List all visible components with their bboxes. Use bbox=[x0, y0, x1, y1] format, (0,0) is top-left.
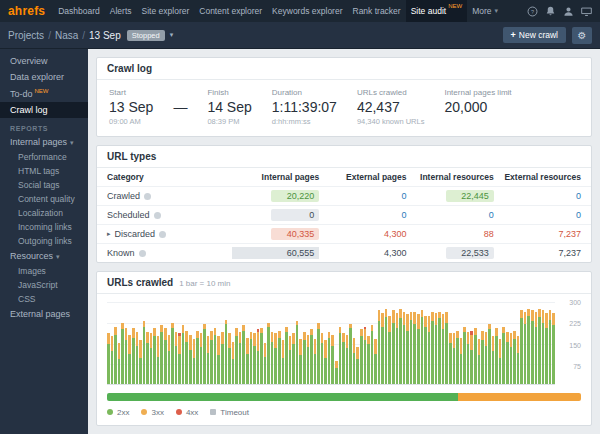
breadcrumb-separator: / bbox=[82, 30, 85, 41]
sidebar-item-content-quality[interactable]: Content quality bbox=[0, 192, 88, 206]
chart-bar bbox=[168, 302, 171, 384]
bar-segment-3xx bbox=[107, 333, 110, 344]
help-icon[interactable]: ? bbox=[527, 6, 538, 17]
nav-item-rank-tracker[interactable]: Rank tracker bbox=[348, 0, 406, 22]
breadcrumb-item-13-sep[interactable]: 13 Sep bbox=[89, 30, 121, 41]
bar-segment-3xx bbox=[428, 316, 431, 332]
settings-button[interactable]: ⚙ bbox=[572, 27, 592, 44]
chart-bar bbox=[502, 302, 505, 384]
bar-segment-3xx bbox=[111, 336, 114, 351]
bar-segment-3xx bbox=[193, 339, 196, 358]
chart-bar bbox=[495, 302, 498, 384]
bar-segment-2xx bbox=[235, 336, 238, 384]
chart-bar bbox=[367, 302, 370, 384]
legend-item-3xx: 3xx bbox=[141, 408, 163, 417]
bar-segment-2xx bbox=[250, 339, 253, 384]
row-category: Known bbox=[107, 248, 232, 258]
bar-segment-2xx bbox=[552, 325, 555, 384]
sidebar-item-localization[interactable]: Localization bbox=[0, 206, 88, 220]
chevron-down-icon: ▾ bbox=[495, 7, 499, 15]
sidebar-item-performance[interactable]: Performance bbox=[0, 150, 88, 164]
chart-bar bbox=[217, 302, 220, 384]
bar-segment-3xx bbox=[388, 316, 391, 332]
bar-segment-3xx bbox=[121, 323, 124, 330]
chevron-down-icon[interactable]: ▾ bbox=[170, 31, 174, 39]
column-header-category: Category bbox=[107, 172, 232, 182]
cell-value: 7,237 bbox=[558, 229, 581, 239]
bar-segment-3xx bbox=[481, 331, 484, 341]
nav-item-content-explorer[interactable]: Content explorer bbox=[194, 0, 267, 22]
chart-bar bbox=[474, 302, 477, 384]
sidebar-item-label: CSS bbox=[18, 294, 35, 304]
bar-segment-2xx bbox=[299, 355, 302, 384]
sidebar-item-css[interactable]: CSS bbox=[0, 292, 88, 306]
cell-value: 20,220 bbox=[271, 190, 319, 202]
bar-segment-2xx bbox=[442, 329, 445, 384]
nav-item-more[interactable]: More▾ bbox=[467, 0, 503, 22]
sidebar-item-images[interactable]: Images bbox=[0, 264, 88, 278]
display-icon[interactable] bbox=[581, 6, 592, 17]
chart-bar bbox=[549, 302, 552, 384]
bar-segment-2xx bbox=[121, 329, 124, 384]
bar-segment-3xx bbox=[317, 323, 320, 330]
chart-bar bbox=[328, 302, 331, 384]
stat-sub: 08:39 PM bbox=[207, 117, 251, 126]
chart-body: 30022515075 2xx3xx4xxTimeout bbox=[97, 294, 591, 425]
chart-bar bbox=[307, 302, 310, 384]
sidebar-item-label: Localization bbox=[18, 208, 63, 218]
table-row-crawled: Crawled20,220022,4450 bbox=[97, 187, 591, 206]
nav-item-dashboard[interactable]: Dashboard bbox=[53, 0, 105, 22]
bar-segment-3xx bbox=[360, 329, 363, 336]
legend-label: 3xx bbox=[151, 408, 163, 417]
expand-caret-icon[interactable]: ▸ bbox=[107, 230, 111, 238]
bar-segment-3xx bbox=[381, 313, 384, 327]
sidebar-item-social-tags[interactable]: Social tags bbox=[0, 178, 88, 192]
chart-bar bbox=[360, 302, 363, 384]
sidebar-item-incoming-links[interactable]: Incoming links bbox=[0, 220, 88, 234]
stat-start: Start13 Sep09:00 AM bbox=[109, 88, 153, 126]
breadcrumb-item-nasa[interactable]: Nasa bbox=[55, 30, 78, 41]
bar-segment-3xx bbox=[282, 340, 285, 358]
sidebar-item-html-tags[interactable]: HTML tags bbox=[0, 164, 88, 178]
table-cell: 4,300 bbox=[319, 229, 406, 239]
nav-item-site-explorer[interactable]: Site explorer bbox=[137, 0, 195, 22]
cell-value[interactable]: 0 bbox=[576, 191, 581, 201]
sidebar-item-overview[interactable]: Overview bbox=[0, 53, 88, 69]
ahrefs-logo[interactable]: ahrefs bbox=[8, 4, 45, 18]
bar-segment-2xx bbox=[217, 355, 220, 384]
chart-bar bbox=[164, 302, 167, 384]
nav-item-label: Content explorer bbox=[199, 6, 262, 16]
sidebar-item-external-pages[interactable]: External pages bbox=[0, 306, 88, 322]
bar-segment-2xx bbox=[164, 340, 167, 384]
sidebar-item-outgoing-links[interactable]: Outgoing links bbox=[0, 234, 88, 248]
chart-bar bbox=[143, 302, 146, 384]
bar-segment-3xx bbox=[385, 309, 388, 317]
nav-item-keywords-explorer[interactable]: Keywords explorer bbox=[267, 0, 347, 22]
bar-segment-2xx bbox=[495, 336, 498, 384]
chart-bar bbox=[253, 302, 256, 384]
nav-item-alerts[interactable]: Alerts bbox=[105, 0, 137, 22]
cell-value[interactable]: 0 bbox=[576, 210, 581, 220]
sidebar-item-to-do[interactable]: To-doNEW bbox=[0, 85, 88, 102]
sidebar-item-crawl-log[interactable]: Crawl log bbox=[0, 102, 88, 118]
sidebar-item-javascript[interactable]: JavaScript bbox=[0, 278, 88, 292]
chart-bar bbox=[396, 302, 399, 384]
chart-title: URLs crawled bbox=[107, 277, 173, 288]
bar-segment-2xx bbox=[460, 354, 463, 384]
bar-segment-3xx bbox=[160, 325, 163, 332]
bar-segment-2xx bbox=[278, 338, 281, 384]
breadcrumb-item-projects[interactable]: Projects bbox=[8, 30, 44, 41]
nav-item-site-audit[interactable]: Site auditNEW bbox=[406, 0, 467, 22]
sidebar-item-internal-pages[interactable]: Internal pages▾ bbox=[0, 134, 88, 150]
profile-icon[interactable] bbox=[563, 6, 574, 17]
sidebar-item-resources[interactable]: Resources▾ bbox=[0, 248, 88, 264]
chart-bar bbox=[421, 302, 424, 384]
sidebar-item-data-explorer[interactable]: Data explorer bbox=[0, 69, 88, 85]
bar-segment-3xx bbox=[157, 336, 160, 357]
bar-segment-2xx bbox=[385, 317, 388, 384]
bar-segment-3xx bbox=[421, 310, 424, 317]
new-crawl-button[interactable]: + New crawl bbox=[503, 27, 566, 43]
notifications-bell-icon[interactable] bbox=[545, 6, 556, 17]
row-label: Known bbox=[107, 248, 135, 258]
bar-segment-3xx bbox=[331, 335, 334, 346]
